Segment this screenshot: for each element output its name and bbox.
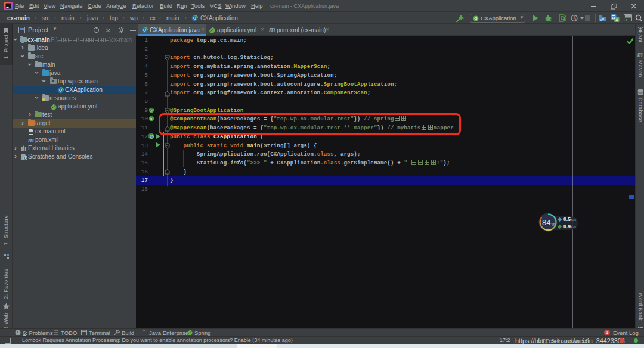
svg-text:%: % xyxy=(552,222,555,226)
svg-text:84: 84 xyxy=(542,218,551,227)
svg-text:A: A xyxy=(615,18,618,22)
